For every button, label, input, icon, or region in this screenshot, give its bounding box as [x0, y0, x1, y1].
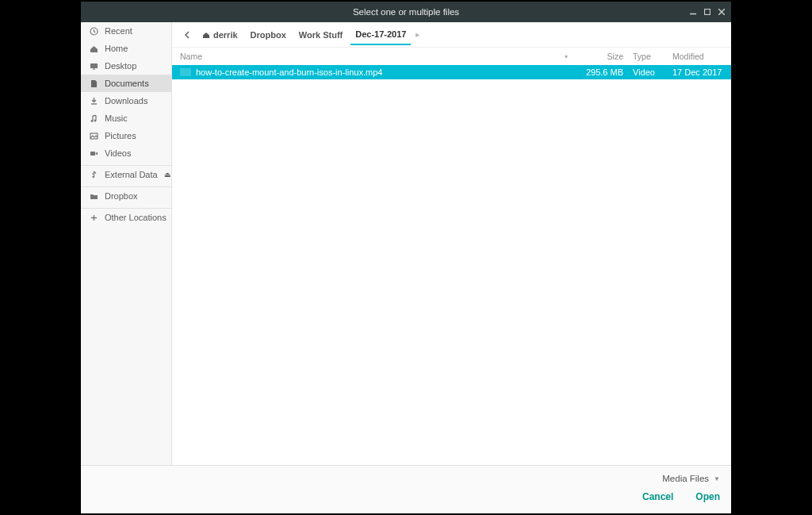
sidebar-item-home[interactable]: Home	[81, 40, 171, 57]
sidebar-item-desktop[interactable]: Desktop	[81, 57, 171, 75]
minimize-button[interactable]	[688, 7, 698, 17]
sort-indicator-icon: ▾	[565, 53, 568, 60]
chevron-down-icon: ▼	[714, 475, 720, 482]
sidebar-item-pictures[interactable]: Pictures	[81, 127, 171, 144]
file-type: Video	[628, 66, 668, 79]
video-icon	[89, 148, 98, 158]
svg-rect-6	[93, 68, 95, 69]
file-chooser-window: Select one or multiple files Recent Home	[81, 2, 731, 513]
sidebar: Recent Home Desktop Documents Downloads	[81, 22, 172, 465]
cancel-button[interactable]: Cancel	[642, 491, 673, 502]
filter-label: Media Files	[662, 474, 709, 483]
window-title: Select one or multiple files	[353, 7, 459, 17]
breadcrumb-home[interactable]: derrik	[197, 25, 243, 44]
column-header-name[interactable]: Name ▾	[172, 50, 573, 63]
document-icon	[89, 79, 98, 88]
open-button[interactable]: Open	[695, 491, 720, 502]
window-controls	[688, 7, 726, 17]
back-button[interactable]	[180, 28, 194, 42]
file-size: 295.6 MB	[573, 66, 628, 79]
column-header-size[interactable]: Size	[573, 50, 628, 63]
download-icon	[89, 96, 98, 106]
sidebar-item-downloads[interactable]: Downloads	[81, 92, 171, 110]
file-name: how-to-create-mount-and-burn-isos-in-lin…	[196, 67, 382, 77]
usb-icon	[89, 170, 98, 179]
svg-rect-5	[90, 63, 98, 68]
file-row[interactable]: how-to-create-mount-and-burn-isos-in-lin…	[172, 65, 731, 79]
home-icon	[89, 44, 98, 53]
clock-icon	[89, 26, 98, 36]
sidebar-item-label: Videos	[105, 148, 131, 158]
chevron-right-icon: ▸	[414, 29, 422, 40]
svg-rect-1	[705, 10, 710, 15]
sidebar-item-label: Desktop	[105, 61, 136, 71]
sidebar-item-music[interactable]: Music	[81, 110, 171, 127]
sidebar-item-documents[interactable]: Documents	[81, 75, 171, 92]
sidebar-item-label: Downloads	[105, 96, 147, 106]
home-icon	[202, 31, 210, 39]
sidebar-item-label: Dropbox	[105, 191, 138, 201]
path-bar: derrik Dropbox Work Stuff Dec-17-2017 ▸	[172, 22, 731, 48]
sidebar-item-label: Documents	[105, 79, 149, 88]
svg-point-9	[94, 119, 96, 121]
file-list: Name ▾ Size Type Modified how-to-create-…	[172, 48, 731, 465]
breadcrumb-label: derrik	[213, 30, 238, 40]
footer: Media Files ▼ Cancel Open	[81, 465, 731, 513]
svg-rect-11	[90, 152, 95, 156]
sidebar-item-label: Pictures	[105, 131, 136, 140]
filter-dropdown[interactable]: Media Files ▼	[662, 474, 720, 483]
sidebar-item-external-data[interactable]: External Data ⏏	[81, 166, 171, 183]
video-file-icon	[180, 68, 191, 76]
main-panel: derrik Dropbox Work Stuff Dec-17-2017 ▸ …	[172, 22, 731, 465]
column-label: Name	[180, 52, 202, 61]
close-button[interactable]	[717, 7, 726, 17]
window-body: Recent Home Desktop Documents Downloads	[81, 22, 731, 513]
titlebar: Select one or multiple files	[81, 2, 731, 22]
music-icon	[89, 113, 98, 123]
desktop-icon	[89, 61, 98, 71]
column-header-type[interactable]: Type	[628, 50, 668, 63]
file-modified: 17 Dec 2017	[668, 66, 731, 79]
sidebar-item-label: Home	[105, 44, 128, 53]
sidebar-item-label: Recent	[105, 26, 132, 36]
breadcrumb-item[interactable]: Dropbox	[246, 25, 291, 44]
eject-icon[interactable]: ⏏	[164, 171, 171, 179]
breadcrumb-item[interactable]: Work Stuff	[294, 25, 347, 44]
maximize-button[interactable]	[703, 7, 712, 17]
pictures-icon	[89, 131, 98, 140]
sidebar-item-label: External Data	[105, 170, 158, 179]
folder-icon	[89, 191, 98, 201]
plus-icon	[89, 213, 98, 222]
sidebar-item-label: Other Locations	[105, 213, 167, 222]
sidebar-item-videos[interactable]: Videos	[81, 144, 171, 162]
column-header-modified[interactable]: Modified	[668, 50, 731, 63]
breadcrumb-current[interactable]: Dec-17-2017	[350, 25, 411, 45]
sidebar-item-dropbox[interactable]: Dropbox	[81, 187, 171, 205]
sidebar-item-recent[interactable]: Recent	[81, 22, 171, 40]
list-header: Name ▾ Size Type Modified	[172, 48, 731, 65]
svg-point-8	[90, 120, 93, 122]
sidebar-item-label: Music	[105, 113, 128, 123]
content-area: Recent Home Desktop Documents Downloads	[81, 22, 731, 465]
sidebar-item-other-locations[interactable]: Other Locations	[81, 209, 171, 226]
